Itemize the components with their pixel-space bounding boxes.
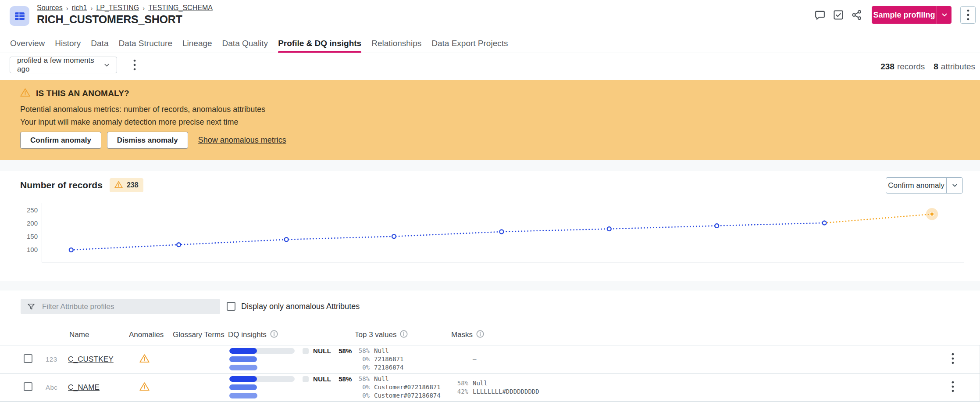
metric-confirm-anomaly-button[interactable]: Confirm anomaly [886, 177, 963, 194]
tab-overview[interactable]: Overview [10, 34, 45, 53]
metric-anomaly-badge: 238 [110, 178, 143, 192]
info-icon[interactable] [400, 330, 408, 338]
chevron-down-icon [941, 11, 948, 19]
column-header-dq-insights[interactable]: DQ insights [226, 330, 346, 340]
tab-data[interactable]: Data [91, 34, 108, 53]
data-type-icon: 123 [44, 355, 66, 363]
table-header: Name Anomalies Glossary Terms DQ insight… [0, 325, 980, 345]
dq-bars [229, 348, 295, 370]
kebab-menu-icon[interactable] [967, 9, 969, 21]
tab-profile-dq-insights[interactable]: Profile & DQ insights [278, 34, 361, 53]
kebab-menu-icon[interactable] [133, 59, 136, 71]
column-header-top-3-values[interactable]: Top 3 values [346, 330, 445, 340]
top-3-values-cell: 58%Null0%721868710%72186874 [346, 347, 445, 371]
sample-profiling-label: Sample profiling [872, 11, 937, 20]
comment-icon[interactable] [814, 9, 826, 21]
tab-bar: OverviewHistoryDataData StructureLineage… [0, 34, 980, 53]
breadcrumb-link-lp_testing[interactable]: LP_TESTING [96, 4, 139, 12]
filter-placeholder: Filter Attribute profiles [42, 302, 114, 311]
show-anomalous-metrics-link[interactable]: Show anomalous metrics [198, 136, 286, 145]
profile-version-dropdown[interactable]: profiled a few moments ago [10, 57, 117, 73]
table-row: Abc C_NAME NULL 58% 58%Null0%Customer#07… [0, 373, 980, 402]
confirm-anomaly-button[interactable]: Confirm anomaly [20, 132, 101, 149]
records-chart-plot[interactable] [42, 203, 964, 262]
tab-relationships[interactable]: Relationships [371, 34, 421, 53]
warning-triangle-icon [139, 382, 150, 391]
dq-bars [229, 376, 295, 398]
sample-profiling-dropdown[interactable] [937, 11, 951, 19]
sample-profiling-button[interactable]: Sample profiling [872, 6, 951, 24]
top-3-values-cell: 58%Null0%Customer#0721868710%Customer#07… [346, 375, 445, 399]
breadcrumb-link-testing_schema[interactable]: TESTING_SCHEMA [148, 4, 213, 12]
tab-data-quality[interactable]: Data Quality [222, 34, 268, 53]
breadcrumb-link-rich1[interactable]: rich1 [72, 4, 87, 12]
column-header-masks[interactable]: Masks [445, 330, 938, 340]
breadcrumb-separator: › [90, 4, 93, 12]
breadcrumb-separator: › [143, 4, 145, 12]
tab-data-structure[interactable]: Data Structure [118, 34, 172, 53]
attribute-name-link-c_custkey[interactable]: C_CUSTKEY [68, 355, 114, 363]
metric-title: Number of records [20, 180, 103, 190]
column-header-name[interactable]: Name [66, 330, 127, 339]
value-line: — [445, 355, 938, 363]
table-row: 123 C_CUSTKEY NULL 58% 58%Null0%72186871… [0, 345, 980, 373]
data-type-icon: Abc [44, 384, 66, 391]
row-checkbox[interactable] [24, 382, 32, 391]
chevron-down-icon [103, 61, 110, 69]
task-checkbox-icon[interactable] [833, 9, 844, 21]
dq-bar [229, 376, 295, 382]
tab-lineage[interactable]: Lineage [182, 34, 212, 53]
column-header-anomalies[interactable]: Anomalies [127, 330, 171, 339]
value-line: 58%Null [346, 375, 445, 383]
metric-confirm-dropdown[interactable] [947, 182, 962, 189]
info-icon[interactable] [476, 330, 484, 338]
records-stat: 238records [880, 62, 925, 72]
column-header-glossary-terms[interactable]: Glossary Terms [171, 330, 226, 339]
badge-value: 238 [127, 181, 139, 189]
filter-funnel-icon [27, 302, 36, 311]
dq-insights-cell: NULL 58% [226, 376, 346, 398]
banner-title: IS THIS AN ANOMALY? [36, 89, 129, 98]
breadcrumb-link-sources[interactable]: Sources [37, 4, 63, 12]
share-icon[interactable] [851, 9, 862, 21]
null-chip-icon [303, 376, 309, 382]
kebab-menu-icon[interactable] [951, 353, 954, 364]
dq-insights-cell: NULL 58% [226, 348, 346, 370]
kebab-menu-icon[interactable] [951, 381, 954, 392]
row-checkbox[interactable] [24, 354, 32, 363]
attributes-stat: 8attributes [934, 62, 975, 72]
anomaly-indicator[interactable] [139, 354, 150, 365]
dq-bar [229, 348, 295, 354]
value-line: 58%Null [346, 347, 445, 355]
dataset-stats: 238records 8attributes [880, 53, 975, 80]
value-line: 0%72186871 [346, 355, 445, 363]
anomaly-indicator[interactable] [139, 382, 150, 393]
table-body: 123 C_CUSTKEY NULL 58% 58%Null0%72186871… [0, 345, 980, 402]
header-more-actions-button[interactable] [960, 6, 976, 24]
anomalous-only-checkbox[interactable] [227, 302, 235, 311]
toolbar-more-actions[interactable] [128, 57, 141, 73]
banner-line-1: Potential anomalous metrics: number of r… [20, 105, 265, 114]
tab-history[interactable]: History [55, 34, 81, 53]
attribute-name-link-c_name[interactable]: C_NAME [68, 383, 100, 391]
filter-attributes-input[interactable]: Filter Attribute profiles [21, 299, 220, 314]
profile-version-label: profiled a few moments ago [17, 56, 103, 74]
null-label: NULL [313, 347, 331, 355]
value-line: 42%LLLLLLLL#DDDDDDDDD [445, 388, 938, 395]
value-line: 0%72186874 [346, 364, 445, 371]
null-legend: NULL 58% [303, 376, 352, 382]
dismiss-anomaly-button[interactable]: Dismiss anomaly [107, 132, 188, 149]
y-axis-tick: 200 [0, 219, 38, 227]
table-grid-icon [14, 11, 25, 22]
row-menu-button[interactable] [951, 353, 954, 366]
info-icon[interactable] [270, 330, 278, 338]
page-header: Sources›rich1›LP_TESTING›TESTING_SCHEMA … [0, 0, 980, 34]
masks-cell: 58%Null42%LLLLLLLL#DDDDDDDDD [445, 380, 938, 395]
row-menu-button[interactable] [951, 381, 954, 394]
dq-bar [229, 393, 257, 398]
value-line: 58%Null [445, 380, 938, 387]
anomalous-only-label: Display only anomalous Attributes [241, 302, 360, 311]
value-line: 0%Customer#072186874 [346, 392, 445, 399]
tab-data-export-projects[interactable]: Data Export Projects [431, 34, 508, 53]
anomaly-banner: IS THIS AN ANOMALY? Potential anomalous … [0, 80, 980, 160]
